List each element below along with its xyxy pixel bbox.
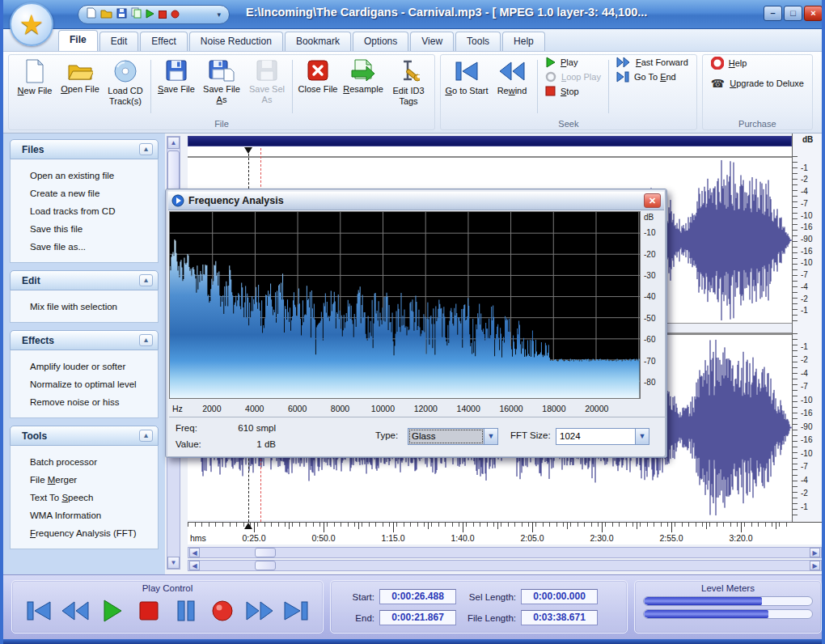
sidebar-item-save-file-as[interactable]: Save file as... [30, 238, 154, 256]
sidebar-item-normalize-to-optimal-level[interactable]: Normalize to optimal level [30, 375, 154, 393]
sidebar-item-create-a-new-file[interactable]: Create a new file [30, 184, 154, 202]
scroll-left-icon[interactable]: ◀ [189, 561, 200, 570]
end-value[interactable]: 0:00:21.867 [379, 610, 456, 625]
ribbon-button-close-file[interactable]: Close File [295, 57, 341, 95]
sidebar-item-file-merger[interactable]: File Merger [30, 471, 154, 489]
chevron-down-icon[interactable]: ▼ [484, 429, 497, 444]
horizontal-scrollbar-1[interactable]: ◀ ▶ [188, 547, 822, 558]
help-button[interactable]: Help [711, 57, 804, 70]
ribbon-button-save-file[interactable]: Save File [154, 57, 199, 95]
tab-options[interactable]: Options [353, 32, 408, 51]
open-folder-button[interactable] [100, 7, 112, 22]
panel-header[interactable]: Files▴ [10, 139, 159, 159]
rewind-button[interactable] [59, 596, 91, 625]
db-tick-label: -10 [801, 211, 812, 220]
sidebar-item-batch-processor[interactable]: Batch processor [30, 453, 154, 471]
button-label: Close File [298, 84, 338, 95]
collapse-icon[interactable]: ▴ [139, 430, 153, 442]
tab-effect[interactable]: Effect [140, 32, 187, 51]
scroll-down-icon[interactable]: ▼ [167, 557, 180, 569]
panel-title: Tools [22, 430, 47, 442]
dialog-close-icon[interactable]: ✕ [644, 193, 661, 208]
fast-forward-button[interactable]: Fast Forward [616, 57, 688, 68]
tab-edit[interactable]: Edit [99, 32, 139, 51]
goto-start-button[interactable] [23, 596, 55, 625]
sidebar-item-open-an-existing-file[interactable]: Open an existing file [30, 167, 154, 184]
play-button[interactable] [96, 596, 129, 625]
loop-play-button[interactable]: Loop Play [545, 71, 601, 83]
ribbon-button-save-sel-as[interactable]: Save Sel As [244, 57, 290, 104]
fft-size-label: FFT Size: [510, 430, 551, 440]
start-value[interactable]: 0:00:26.488 [379, 589, 456, 604]
sidebar-item-save-this-file[interactable]: Save this file [30, 220, 154, 238]
ribbon-button-resample[interactable]: Resample [341, 57, 386, 95]
stop-button[interactable] [133, 596, 165, 625]
sidebar-item-text-to-speech[interactable]: Text To Speech [30, 489, 154, 506]
sidebar-item-mix-file-with-selection[interactable]: Mix file with selection [30, 298, 154, 316]
copy-pages-button[interactable] [131, 7, 142, 22]
spectrum-plot[interactable] [169, 211, 641, 399]
sidebar-item-amplify-louder-or-softer[interactable]: Amplify louder or softer [30, 358, 154, 375]
fast-forward-button[interactable] [243, 596, 276, 625]
close-icon[interactable]: × [804, 6, 823, 21]
scrollbar-thumb[interactable] [255, 561, 276, 570]
panel-header[interactable]: Tools▴ [10, 426, 159, 446]
save-button[interactable] [116, 7, 127, 22]
marker-triangle-top[interactable] [244, 147, 252, 154]
hz-tick-label: 2000 [202, 404, 221, 413]
ribbon-button-edit-id3-tags[interactable]: Edit ID3 Tags [386, 57, 431, 106]
tab-tools[interactable]: Tools [455, 32, 501, 51]
rewind-button[interactable]: Rewind [489, 57, 535, 96]
stop-button[interactable]: Stop [545, 86, 601, 96]
maximize-icon[interactable]: □ [784, 6, 802, 21]
scroll-right-icon[interactable]: ▶ [810, 548, 820, 557]
stop-button[interactable] [159, 7, 167, 22]
chevron-down-icon[interactable]: ▼ [635, 429, 649, 444]
goto-end-button[interactable]: Go To End [616, 71, 688, 83]
scroll-up-icon[interactable]: ▲ [167, 137, 180, 149]
panel-header[interactable]: Edit▴ [10, 270, 159, 290]
collapse-icon[interactable]: ▴ [139, 334, 153, 346]
tab-bookmark[interactable]: Bookmark [285, 32, 351, 51]
upgrade-button[interactable]: ☎ Upgrade to Deluxe [711, 78, 804, 89]
collapse-icon[interactable]: ▴ [139, 274, 153, 286]
panel-header[interactable]: Effects▴ [10, 330, 159, 350]
sidebar-item-frequency-analysis-fft[interactable]: Frequency Analysis (FFT) [30, 524, 154, 542]
waveform-overview-strip[interactable] [188, 136, 792, 146]
marker-triangle-bottom[interactable] [244, 523, 252, 529]
fft-size-dropdown[interactable]: 1024 ▼ [556, 428, 649, 445]
file-length-value[interactable]: 0:03:38.671 [521, 610, 598, 625]
scrollbar-thumb[interactable] [255, 548, 276, 557]
record-button[interactable] [171, 7, 180, 22]
dropdown-icon[interactable]: ▾ [217, 11, 221, 19]
ribbon-button-new-file[interactable]: New File [12, 57, 57, 96]
goto-end-button[interactable] [280, 596, 312, 625]
collapse-icon[interactable]: ▴ [139, 143, 153, 155]
record-button[interactable] [206, 596, 239, 625]
new-file-button[interactable] [87, 7, 96, 22]
marker-strip[interactable] [188, 146, 792, 156]
time-ruler[interactable]: hms 0:25.00:50.01:15.01:40.02:05.02:30.0… [188, 522, 822, 544]
dialog-title-bar[interactable]: Frequency Analysis ✕ [168, 192, 664, 210]
sidebar-item-remove-noise-or-hiss[interactable]: Remove noise or hiss [30, 393, 154, 411]
app-logo[interactable]: ★ [10, 2, 53, 46]
sidebar-item-wma-information[interactable]: WMA Information [30, 506, 154, 524]
tab-view[interactable]: View [410, 32, 454, 51]
ribbon-button-open-file[interactable]: Open File [57, 57, 103, 95]
horizontal-scrollbar-2[interactable]: ◀ ▶ [188, 560, 822, 571]
goto-start-button[interactable]: Go to Start [444, 57, 489, 96]
minimize-icon[interactable]: – [764, 6, 782, 21]
sel-length-value[interactable]: 0:00:00.000 [521, 589, 598, 604]
tab-file[interactable]: File [58, 30, 98, 51]
play-button[interactable] [146, 7, 154, 22]
sidebar-item-load-tracks-from-cd[interactable]: Load tracks from CD [30, 202, 154, 220]
play-button[interactable]: Play [545, 57, 601, 68]
scroll-left-icon[interactable]: ◀ [189, 548, 200, 557]
tab-help[interactable]: Help [502, 32, 545, 51]
ribbon-button-load-cd-track-s[interactable]: Load CD Track(s) [103, 57, 148, 106]
ribbon-button-save-file-as[interactable]: Save File As [199, 57, 244, 104]
scroll-right-icon[interactable]: ▶ [810, 561, 820, 570]
tab-noise-reduction[interactable]: Noise Reduction [189, 32, 283, 51]
pause-button[interactable] [170, 596, 202, 625]
type-dropdown[interactable]: Glass ▼ [408, 428, 498, 445]
